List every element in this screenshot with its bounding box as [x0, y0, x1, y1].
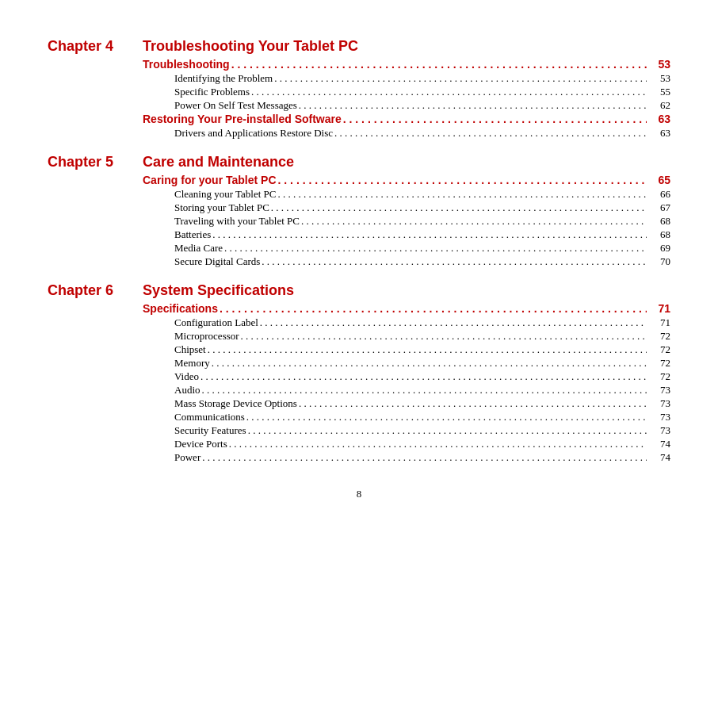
entry-row: Audio . . . . . . . . . . . . . . . . . …: [48, 384, 670, 397]
entry-dots: . . . . . . . . . . . . . . . . . . . . …: [251, 86, 647, 98]
entry-page: 72: [648, 357, 670, 370]
entry-row: Configuration Label . . . . . . . . . . …: [48, 316, 670, 329]
entry-title: Security Features: [174, 424, 246, 437]
entry-row: Drivers and Applications Restore Disc . …: [48, 127, 670, 140]
section-dots: . . . . . . . . . . . . . . . . . . . . …: [220, 302, 647, 315]
entry-row: Power . . . . . . . . . . . . . . . . . …: [48, 451, 670, 464]
section-title: Restoring Your Pre-installed Software: [143, 113, 342, 125]
entry-title: Specific Problems: [174, 86, 250, 98]
entry-page: 53: [648, 72, 670, 85]
entry-title: Media Care: [174, 242, 223, 255]
entry-title: Storing your Tablet PC: [174, 201, 269, 214]
section-dots: . . . . . . . . . . . . . . . . . . . . …: [278, 174, 647, 186]
entry-dots: . . . . . . . . . . . . . . . . . . . . …: [202, 451, 647, 464]
entry-page: 66: [648, 188, 670, 201]
section-page: 71: [648, 302, 670, 315]
entry-page: 55: [648, 86, 670, 98]
entry-dots: . . . . . . . . . . . . . . . . . . . . …: [241, 330, 647, 343]
entry-dots: . . . . . . . . . . . . . . . . . . . . …: [224, 242, 647, 255]
section-page: 63: [648, 113, 670, 125]
section-page: 65: [648, 174, 670, 186]
chapter-label: Chapter 5: [48, 154, 143, 171]
section-row: Caring for your Tablet PC . . . . . . . …: [48, 174, 670, 186]
section-title: Troubleshooting: [143, 58, 230, 71]
entry-page: 73: [648, 411, 670, 423]
entry-dots: . . . . . . . . . . . . . . . . . . . . …: [274, 72, 647, 85]
entry-page: 67: [648, 201, 670, 214]
chapter-title: Troubleshooting Your Tablet PC: [143, 38, 358, 55]
chapter-row: Chapter 5Care and Maintenance: [48, 154, 670, 171]
section-row: Restoring Your Pre-installed Software . …: [48, 113, 670, 125]
entry-page: 72: [648, 330, 670, 343]
entry-page: 62: [648, 99, 670, 112]
entry-row: Cleaning your Tablet PC . . . . . . . . …: [48, 188, 670, 201]
entry-dots: . . . . . . . . . . . . . . . . . . . . …: [301, 215, 647, 228]
entry-dots: . . . . . . . . . . . . . . . . . . . . …: [299, 397, 647, 410]
entry-dots: . . . . . . . . . . . . . . . . . . . . …: [271, 201, 647, 214]
entry-title: Audio: [174, 384, 201, 397]
section-title: Caring for your Tablet PC: [143, 174, 277, 186]
entry-page: 63: [648, 127, 670, 140]
entry-title: Memory: [174, 357, 210, 370]
section-row: Troubleshooting . . . . . . . . . . . . …: [48, 58, 670, 71]
entry-page: 68: [648, 228, 670, 241]
entry-row: Microprocessor . . . . . . . . . . . . .…: [48, 330, 670, 343]
entry-row: Media Care . . . . . . . . . . . . . . .…: [48, 242, 670, 255]
chapter-label: Chapter 4: [48, 38, 143, 55]
entry-dots: . . . . . . . . . . . . . . . . . . . . …: [277, 188, 647, 201]
chapter-title: System Specifications: [143, 282, 294, 299]
entry-dots: . . . . . . . . . . . . . . . . . . . . …: [248, 424, 647, 437]
entry-dots: . . . . . . . . . . . . . . . . . . . . …: [208, 343, 647, 356]
section-dots: . . . . . . . . . . . . . . . . . . . . …: [343, 113, 647, 125]
toc-container: Chapter 4Troubleshooting Your Tablet PCT…: [48, 38, 670, 464]
entry-title: Traveling with your Tablet PC: [174, 215, 300, 228]
entry-title: Drivers and Applications Restore Disc: [174, 127, 333, 140]
section-row: Specifications . . . . . . . . . . . . .…: [48, 302, 670, 315]
entry-page: 73: [648, 397, 670, 410]
entry-row: Mass Storage Device Options . . . . . . …: [48, 397, 670, 410]
entry-page: 73: [648, 424, 670, 437]
chapter-row: Chapter 6System Specifications: [48, 282, 670, 299]
section-dots: . . . . . . . . . . . . . . . . . . . . …: [231, 58, 647, 71]
section-page: 53: [648, 58, 670, 71]
entry-dots: . . . . . . . . . . . . . . . . . . . . …: [202, 384, 647, 397]
entry-row: Storing your Tablet PC . . . . . . . . .…: [48, 201, 670, 214]
chapter-title: Care and Maintenance: [143, 154, 294, 171]
entry-title: Mass Storage Device Options: [174, 397, 297, 410]
entry-page: 72: [648, 370, 670, 383]
entry-row: Batteries . . . . . . . . . . . . . . . …: [48, 228, 670, 241]
entry-dots: . . . . . . . . . . . . . . . . . . . . …: [262, 255, 647, 268]
entry-row: Security Features . . . . . . . . . . . …: [48, 424, 670, 437]
entry-row: Communications . . . . . . . . . . . . .…: [48, 411, 670, 423]
entry-row: Traveling with your Tablet PC . . . . . …: [48, 215, 670, 228]
entry-row: Power On Self Test Messages . . . . . . …: [48, 99, 670, 112]
entry-row: Identifying the Problem . . . . . . . . …: [48, 72, 670, 85]
entry-page: 74: [648, 451, 670, 464]
entry-page: 73: [648, 384, 670, 397]
entry-title: Communications: [174, 411, 245, 423]
entry-row: Video . . . . . . . . . . . . . . . . . …: [48, 370, 670, 383]
entry-dots: . . . . . . . . . . . . . . . . . . . . …: [246, 411, 647, 423]
entry-dots: . . . . . . . . . . . . . . . . . . . . …: [212, 228, 647, 241]
entry-dots: . . . . . . . . . . . . . . . . . . . . …: [299, 99, 647, 112]
entry-page: 69: [648, 242, 670, 255]
entry-title: Power: [174, 451, 201, 464]
entry-title: Configuration Label: [174, 316, 258, 329]
entry-title: Power On Self Test Messages: [174, 99, 297, 112]
entry-page: 72: [648, 343, 670, 356]
entry-row: Chipset . . . . . . . . . . . . . . . . …: [48, 343, 670, 356]
entry-title: Batteries: [174, 228, 211, 241]
entry-page: 74: [648, 438, 670, 450]
entry-title: Microprocessor: [174, 330, 239, 343]
section-title: Specifications: [143, 302, 218, 315]
entry-title: Identifying the Problem: [174, 72, 273, 85]
entry-dots: . . . . . . . . . . . . . . . . . . . . …: [212, 357, 647, 370]
entry-dots: . . . . . . . . . . . . . . . . . . . . …: [229, 438, 647, 450]
entry-page: 70: [648, 255, 670, 268]
entry-row: Memory . . . . . . . . . . . . . . . . .…: [48, 357, 670, 370]
chapter-label: Chapter 6: [48, 282, 143, 299]
page-number: 8: [48, 488, 670, 500]
entry-dots: . . . . . . . . . . . . . . . . . . . . …: [260, 316, 647, 329]
entry-row: Device Ports . . . . . . . . . . . . . .…: [48, 438, 670, 450]
entry-title: Video: [174, 370, 199, 383]
